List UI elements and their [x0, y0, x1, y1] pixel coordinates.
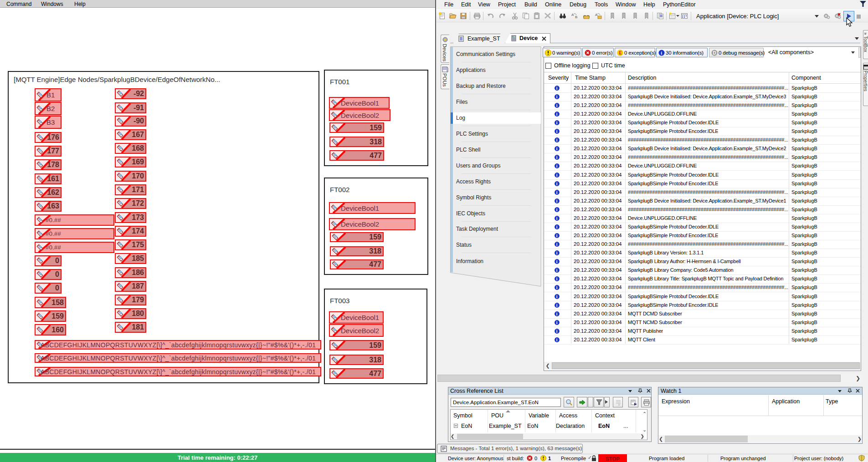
svg-text:i: i [556, 312, 558, 316]
svg-text:i: i [556, 199, 558, 203]
svg-text:i: i [556, 208, 558, 212]
svg-text:i: i [556, 320, 558, 325]
svg-text:B: B [575, 15, 577, 19]
svg-text:i: i [556, 303, 558, 308]
svg-text:i: i [556, 234, 558, 238]
svg-text:i: i [556, 259, 558, 264]
svg-text:i: i [556, 216, 558, 221]
svg-text:i: i [556, 103, 558, 108]
svg-text:i: i [556, 251, 558, 255]
svg-text:i: i [661, 51, 662, 56]
svg-text:i: i [556, 138, 558, 142]
svg-text:i: i [556, 242, 558, 247]
svg-text:i: i [556, 338, 558, 342]
svg-text:i: i [556, 86, 558, 91]
svg-text:i: i [556, 112, 558, 117]
svg-text:i: i [556, 329, 558, 334]
svg-text:i: i [556, 95, 558, 99]
svg-text:i: i [556, 294, 558, 299]
svg-text:i: i [556, 269, 558, 273]
svg-text:A: A [595, 13, 598, 17]
svg-text:i: i [556, 156, 558, 160]
svg-text:i: i [556, 164, 558, 169]
svg-text:i: i [556, 121, 558, 125]
svg-text:E: E [619, 51, 622, 56]
svg-text:i: i [556, 173, 558, 178]
svg-text:i: i [556, 129, 558, 134]
svg-text:D: D [713, 51, 716, 56]
svg-text:i: i [556, 277, 558, 282]
svg-text:i: i [556, 147, 558, 152]
svg-text:i: i [556, 225, 558, 229]
svg-text:i: i [556, 190, 558, 195]
svg-text:i: i [556, 182, 558, 186]
svg-text:i: i [556, 286, 558, 290]
svg-text:A: A [571, 13, 574, 17]
